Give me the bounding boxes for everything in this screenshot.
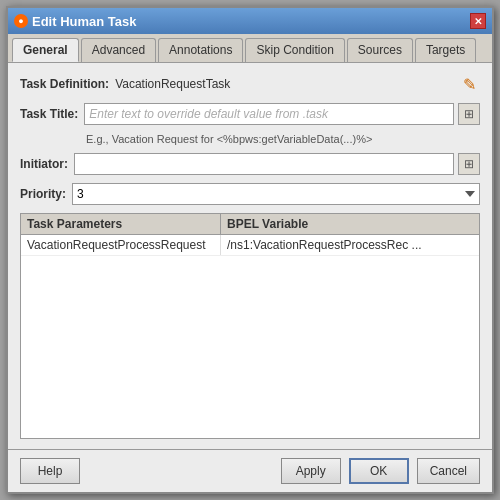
title-bar-left: ● Edit Human Task xyxy=(14,14,137,29)
task-definition-row: Task Definition: VacationRequestTask ✎ xyxy=(20,73,480,95)
apply-button[interactable]: Apply xyxy=(281,458,341,484)
initiator-icon-btn[interactable]: ⊞ xyxy=(458,153,480,175)
col-header-bpel-var: BPEL Variable xyxy=(221,214,479,234)
tab-general[interactable]: General xyxy=(12,38,79,62)
help-button[interactable]: Help xyxy=(20,458,80,484)
ok-button[interactable]: OK xyxy=(349,458,409,484)
task-title-row: Task Title: ⊞ xyxy=(20,103,480,125)
initiator-row: Initiator: ⊞ xyxy=(20,153,480,175)
tab-advanced[interactable]: Advanced xyxy=(81,38,156,62)
content-area: Task Definition: VacationRequestTask ✎ T… xyxy=(8,63,492,449)
priority-label: Priority: xyxy=(20,187,66,201)
table-header: Task Parameters BPEL Variable xyxy=(21,214,479,235)
priority-select[interactable]: 3 1 2 4 5 xyxy=(72,183,480,205)
priority-row: Priority: 3 1 2 4 5 xyxy=(20,183,480,205)
table-cell-variable: /ns1:VacationRequestProcessRec ... xyxy=(221,235,479,255)
task-definition-edit-icon[interactable]: ✎ xyxy=(458,73,480,95)
table-body: VacationRequestProcessRequest /ns1:Vacat… xyxy=(21,235,479,438)
initiator-input[interactable] xyxy=(74,153,454,175)
title-bar: ● Edit Human Task ✕ xyxy=(8,8,492,34)
tab-skip-condition[interactable]: Skip Condition xyxy=(245,38,344,62)
tab-annotations[interactable]: Annotations xyxy=(158,38,243,62)
task-title-icon-btn[interactable]: ⊞ xyxy=(458,103,480,125)
task-definition-value: VacationRequestTask xyxy=(115,77,230,91)
task-title-field-group: ⊞ xyxy=(84,103,480,125)
cancel-button[interactable]: Cancel xyxy=(417,458,480,484)
bottom-right-buttons: Apply OK Cancel xyxy=(281,458,480,484)
table-row[interactable]: VacationRequestProcessRequest /ns1:Vacat… xyxy=(21,235,479,256)
tab-targets[interactable]: Targets xyxy=(415,38,476,62)
task-parameters-table: Task Parameters BPEL Variable VacationRe… xyxy=(20,213,480,439)
close-button[interactable]: ✕ xyxy=(470,13,486,29)
task-definition-label: Task Definition: xyxy=(20,77,109,91)
tab-sources[interactable]: Sources xyxy=(347,38,413,62)
initiator-field-group: ⊞ xyxy=(74,153,480,175)
tabs-bar: General Advanced Annotations Skip Condit… xyxy=(8,34,492,63)
table-cell-param: VacationRequestProcessRequest xyxy=(21,235,221,255)
bottom-bar: Help Apply OK Cancel xyxy=(8,449,492,492)
initiator-label: Initiator: xyxy=(20,157,68,171)
task-title-input[interactable] xyxy=(84,103,454,125)
dialog-icon: ● xyxy=(14,14,28,28)
dialog-title: Edit Human Task xyxy=(32,14,137,29)
edit-human-task-dialog: ● Edit Human Task ✕ General Advanced Ann… xyxy=(6,6,494,494)
task-title-hint: E.g., Vacation Request for <%bpws:getVar… xyxy=(86,133,480,145)
task-title-label: Task Title: xyxy=(20,107,78,121)
col-header-task-params: Task Parameters xyxy=(21,214,221,234)
